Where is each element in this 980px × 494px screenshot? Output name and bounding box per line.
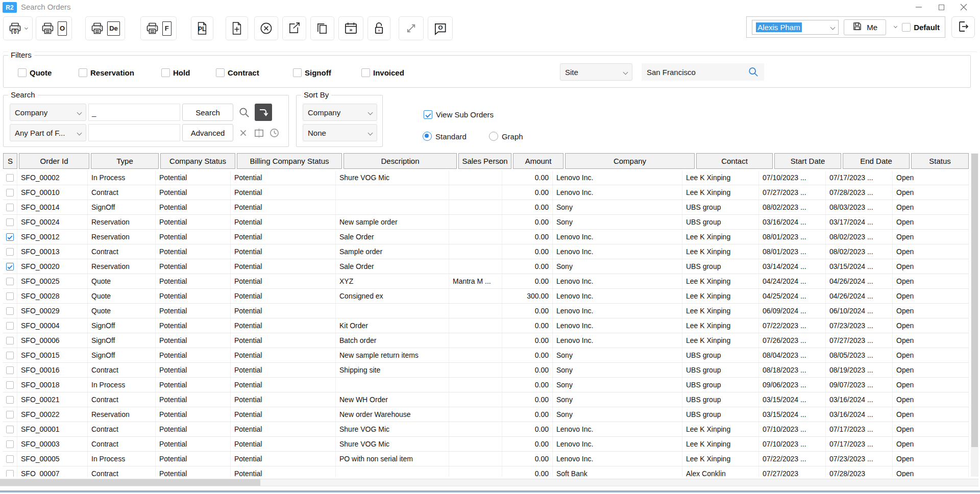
new-order-button[interactable] xyxy=(226,16,248,40)
table-row[interactable]: SFO_00012ReservationPotentialPotentialSa… xyxy=(3,230,969,244)
column-header-company-status[interactable]: Company Status xyxy=(160,153,235,169)
table-row[interactable]: SFO_00014SignOffPotentialPotential0.00So… xyxy=(3,200,969,215)
table-row[interactable]: SFO_00022ReservationPotentialPotentialNe… xyxy=(3,407,969,422)
table-row[interactable]: SFO_00002In ProcessPotentialPotentialShu… xyxy=(3,170,969,185)
site-select[interactable]: Site xyxy=(560,63,632,81)
print-fax-button[interactable]: F xyxy=(140,16,177,40)
table-row[interactable]: SFO_00005In ProcessPotentialPotentialPO … xyxy=(3,452,969,466)
lock-order-button[interactable]: + xyxy=(368,16,390,40)
row-checkbox[interactable] xyxy=(6,174,14,182)
table-row[interactable]: SFO_00018In ProcessPotentialPotential0.0… xyxy=(3,378,969,392)
row-checkbox[interactable] xyxy=(6,307,14,315)
search-button[interactable]: Search xyxy=(182,104,233,121)
filter-checkbox-quote[interactable]: Quote xyxy=(18,68,52,77)
row-checkbox[interactable] xyxy=(6,233,14,241)
vertical-scrollbar[interactable] xyxy=(971,153,978,477)
view-sub-orders-option[interactable]: View Sub Orders xyxy=(424,110,494,119)
row-checkbox[interactable] xyxy=(6,366,14,374)
search-magnifier-icon[interactable] xyxy=(748,66,759,78)
horizontal-scrollbar[interactable] xyxy=(0,479,978,486)
graph-mode-radio[interactable]: Graph xyxy=(489,132,523,141)
row-checkbox[interactable] xyxy=(6,381,14,389)
column-header-order-id[interactable]: Order Id xyxy=(19,153,89,169)
default-option[interactable]: Default xyxy=(902,23,940,32)
column-header-status[interactable]: Status xyxy=(911,153,969,169)
filter-checkbox-invoiced[interactable]: Invoiced xyxy=(361,68,404,77)
print-default-button[interactable]: 0 xyxy=(3,16,33,40)
duplicate-order-button[interactable] xyxy=(310,16,334,40)
advanced-button[interactable]: Advanced xyxy=(182,124,233,141)
extend-order-button[interactable]: » xyxy=(338,16,363,40)
row-checkbox[interactable] xyxy=(6,411,14,418)
row-checkbox[interactable] xyxy=(6,278,14,285)
row-checkbox[interactable] xyxy=(6,455,14,463)
table-row[interactable]: SFO_00003ContractPotentialPotentialShure… xyxy=(3,437,969,452)
expand-view-button[interactable] xyxy=(399,16,424,40)
standard-mode-radio[interactable]: Standard xyxy=(423,132,467,141)
row-checkbox[interactable] xyxy=(6,263,14,270)
column-header-billing-company-status[interactable]: Billing Company Status xyxy=(237,153,342,169)
table-row[interactable]: SFO_00025QuotePotentialPotentialXYZMantr… xyxy=(3,274,969,289)
row-checkbox[interactable] xyxy=(6,426,14,433)
row-checkbox[interactable] xyxy=(6,292,14,300)
return-results-button[interactable] xyxy=(255,104,272,121)
row-checkbox[interactable] xyxy=(6,204,14,211)
order-comments-button[interactable]: O xyxy=(428,16,453,40)
table-row[interactable]: SFO_00028QuotePotentialPotentialConsigne… xyxy=(3,289,969,304)
table-row[interactable]: SFO_00024ReservationPotentialPotentialNe… xyxy=(3,215,969,230)
sort-secondary-select[interactable]: None xyxy=(303,124,377,141)
search-match-select[interactable]: Any Part of F... xyxy=(10,124,86,141)
cancel-order-button[interactable] xyxy=(254,16,278,40)
open-order-button[interactable] xyxy=(282,16,306,40)
user-select[interactable]: Alexis Pham xyxy=(752,20,839,35)
view-sub-orders-checkbox[interactable] xyxy=(424,110,432,119)
vertical-scrollbar-thumb[interactable] xyxy=(971,154,978,447)
search-query2-input[interactable] xyxy=(88,124,180,141)
site-search-input[interactable]: San Francisco xyxy=(642,63,764,81)
history-button[interactable] xyxy=(267,124,281,141)
table-row[interactable]: SFO_00029QuotePotentialPotential0.00Leno… xyxy=(3,304,969,318)
row-checkbox[interactable] xyxy=(6,218,14,226)
row-checkbox[interactable] xyxy=(6,322,14,330)
filter-checkbox-contract[interactable]: Contract xyxy=(216,68,259,77)
column-header-contact[interactable]: Contact xyxy=(696,153,773,169)
table-row[interactable]: SFO_00006SignOffPotentialPotentialBatch … xyxy=(3,333,969,348)
flip-layout-button[interactable] xyxy=(252,124,266,141)
search-field-select[interactable]: Company xyxy=(10,104,86,121)
chevron-down-icon[interactable] xyxy=(24,26,28,29)
row-checkbox[interactable] xyxy=(6,189,14,196)
pick-list-button[interactable]: PL xyxy=(191,16,213,40)
me-dropdown-chevron-icon[interactable] xyxy=(894,24,897,28)
column-header-type[interactable]: Type xyxy=(91,153,159,169)
me-button[interactable]: Me xyxy=(844,19,886,35)
row-checkbox[interactable] xyxy=(6,337,14,344)
column-header-s[interactable]: S xyxy=(3,153,17,169)
filter-checkbox-hold[interactable]: Hold xyxy=(161,68,190,77)
search-query-input[interactable]: _ xyxy=(88,104,180,121)
filter-checkbox-signoff[interactable]: Signoff xyxy=(293,68,331,77)
table-row[interactable]: SFO_00020ReservationPotentialPotentialSa… xyxy=(3,259,969,274)
row-checkbox[interactable] xyxy=(6,440,14,448)
column-header-description[interactable]: Description xyxy=(344,153,457,169)
row-checkbox[interactable] xyxy=(6,470,14,477)
column-header-end-date[interactable]: End Date xyxy=(843,153,910,169)
close-button[interactable] xyxy=(952,0,975,14)
logout-button[interactable] xyxy=(951,16,975,38)
row-checkbox[interactable] xyxy=(6,352,14,359)
table-row[interactable]: SFO_00001ContractPotentialPotentialShure… xyxy=(3,422,969,437)
print-order-button[interactable]: O xyxy=(36,16,72,40)
filter-checkbox-reservation[interactable]: Reservation xyxy=(79,68,134,77)
table-row[interactable]: SFO_00016ContractPotentialPotentialShipp… xyxy=(3,363,969,378)
clear-search-button[interactable] xyxy=(236,124,250,141)
column-header-company[interactable]: Company xyxy=(565,153,695,169)
table-row[interactable]: SFO_00013ContractPotentialPotentialSampl… xyxy=(3,244,969,259)
column-header-sales-person[interactable]: Sales Person xyxy=(458,153,511,169)
print-delivery-button[interactable]: De xyxy=(85,16,125,40)
table-row[interactable]: SFO_00007ContractPotentialPotential0.00S… xyxy=(3,466,969,477)
row-checkbox[interactable] xyxy=(6,396,14,404)
magnifier-button[interactable] xyxy=(236,104,252,121)
sort-primary-select[interactable]: Company xyxy=(303,104,377,121)
table-row[interactable]: SFO_00010ContractPotentialPotential0.00L… xyxy=(3,185,969,200)
column-header-amount[interactable]: Amount xyxy=(513,153,564,169)
table-row[interactable]: SFO_00015SignOffPotentialPotentialNew sa… xyxy=(3,348,969,363)
